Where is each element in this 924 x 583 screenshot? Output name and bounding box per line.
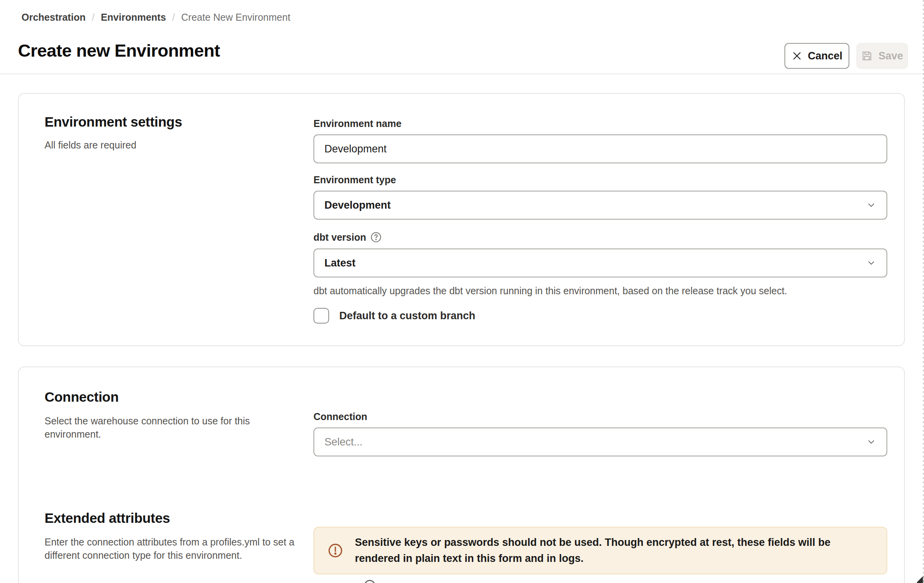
save-button-label: Save — [878, 50, 903, 62]
header-divider — [0, 73, 924, 74]
help-icon[interactable] — [370, 231, 382, 243]
page-title: Create new Environment — [18, 41, 220, 61]
dbt-version-label: dbt version — [313, 231, 382, 243]
connection-select-label: Connection — [313, 411, 367, 422]
save-icon — [861, 50, 873, 62]
dbt-version-helper-text: dbt automatically upgrades the dbt versi… — [313, 285, 787, 297]
close-icon — [791, 50, 802, 61]
environment-settings-card: Environment settings All fields are requ… — [18, 93, 905, 346]
environment-settings-heading: Environment settings — [45, 114, 182, 130]
environment-settings-subheading: All fields are required — [45, 138, 136, 152]
extended-attributes-heading: Extended attributes — [45, 510, 170, 526]
chevron-down-icon — [866, 437, 876, 447]
dbt-version-select[interactable]: Latest — [313, 249, 887, 277]
breadcrumb-separator: / — [172, 12, 175, 23]
custom-branch-label: Default to a custom branch — [339, 310, 475, 322]
connection-subheading: Select the warehouse connection to use f… — [45, 414, 267, 441]
save-button[interactable]: Save — [856, 43, 908, 69]
breadcrumb-orchestration[interactable]: Orchestration — [21, 12, 86, 23]
cancel-button[interactable]: Cancel — [784, 43, 849, 69]
chevron-down-icon — [866, 258, 876, 268]
connection-heading: Connection — [45, 389, 118, 405]
custom-branch-checkbox-row[interactable]: Default to a custom branch — [313, 308, 475, 324]
breadcrumb: Orchestration / Environments / Create Ne… — [21, 12, 290, 23]
warning-text: Sensitive keys or passwords should not b… — [355, 535, 873, 567]
environment-name-input[interactable] — [324, 143, 876, 155]
connection-select[interactable]: Select... — [313, 427, 887, 456]
environment-type-select[interactable]: Development — [313, 191, 887, 220]
header-actions: Cancel Save — [784, 43, 908, 69]
cancel-button-label: Cancel — [808, 50, 843, 62]
environment-type-value: Development — [324, 199, 391, 211]
breadcrumb-current: Create New Environment — [181, 12, 290, 23]
dbt-version-label-text: dbt version — [313, 232, 366, 243]
breadcrumb-environments[interactable]: Environments — [101, 12, 166, 23]
extended-attributes-subheading: Enter the connection attributes from a p… — [45, 535, 295, 562]
connection-card: Connection Select the warehouse connecti… — [18, 367, 905, 583]
alert-circle-icon — [328, 543, 343, 558]
environment-name-label: Environment name — [313, 118, 401, 129]
environment-name-input-wrap — [313, 134, 887, 163]
connection-select-placeholder: Select... — [324, 436, 363, 448]
create-environment-page: Orchestration / Environments / Create Ne… — [0, 0, 924, 583]
chevron-down-icon — [866, 200, 876, 210]
breadcrumb-separator: / — [92, 12, 95, 23]
custom-branch-checkbox[interactable] — [313, 308, 329, 324]
sensitive-data-warning-banner: Sensitive keys or passwords should not b… — [313, 527, 887, 574]
dbt-version-value: Latest — [324, 257, 356, 269]
environment-type-label: Environment type — [313, 174, 396, 186]
